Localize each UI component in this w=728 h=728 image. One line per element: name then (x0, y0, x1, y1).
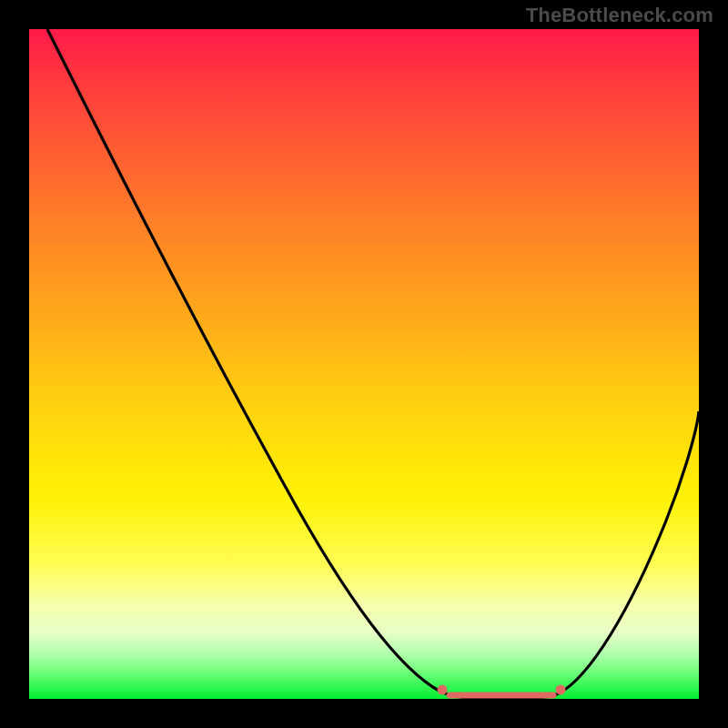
watermark-text: TheBottleneck.com (526, 4, 713, 27)
chart-frame: TheBottleneck.com (0, 0, 728, 728)
valley-right-dot (556, 685, 566, 695)
valley-left-dot (438, 685, 448, 695)
bottleneck-curve (47, 29, 699, 699)
curve-layer (29, 29, 699, 703)
